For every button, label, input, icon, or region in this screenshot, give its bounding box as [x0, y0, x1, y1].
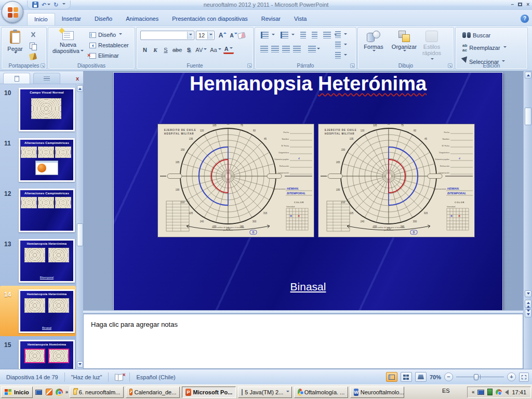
thumbnail-frame[interactable]: Hemianopsia HeterónimaBitemporal [19, 239, 75, 283]
slide-canvas[interactable]: Hemianopsia Heterónima EJERCITO DE CHILE… [113, 72, 503, 311]
bold-button[interactable]: N [140, 45, 150, 54]
font-name-combobox[interactable] [140, 31, 194, 40]
zoom-out-button[interactable]: − [444, 373, 453, 381]
decrease-indent-button[interactable] [299, 31, 308, 39]
previous-slide-button[interactable] [525, 300, 531, 308]
thumbnail-frame[interactable]: Alteraciones Campimétricas [19, 138, 75, 182]
notes-splitter[interactable] [83, 310, 523, 314]
align-left-button[interactable] [259, 45, 269, 54]
taskbar-button-chrome[interactable]: Oftalmología. ... [294, 387, 348, 398]
perimetry-chart-left[interactable]: EJERCITO DE CHILEHOSPITAL MILITAR4560759… [158, 124, 314, 237]
taskbar-button-java[interactable]: 5 Java(TM) 2... [238, 387, 292, 398]
paste-button[interactable]: Pegar [5, 31, 25, 55]
clipboard-dialog-launcher[interactable]: ↘ [41, 63, 45, 68]
panel-scroll-up[interactable] [77, 85, 83, 92]
thumbnail-frame[interactable]: Alteraciones Campimétricas [19, 189, 75, 232]
replace-button[interactable]: abacReemplazar [461, 43, 508, 53]
slide-thumbnail-13[interactable]: 13Hemianopsia HeterónimaBitemporal [0, 235, 76, 286]
char-spacing-button[interactable]: AV [194, 45, 208, 54]
language-bar[interactable]: ES [439, 388, 453, 394]
slide-thumbnail-11[interactable]: 11Alteraciones Campimétricas [0, 135, 76, 185]
slide-thumbnail-15[interactable]: 15Hemianopsia Homónima [0, 336, 76, 369]
scroll-down-button[interactable] [525, 290, 531, 297]
slideshow-button[interactable] [415, 372, 427, 382]
next-slide-button[interactable] [525, 309, 531, 317]
spellcheck-indicator[interactable]: × [109, 373, 130, 382]
zoom-in-button[interactable]: + [507, 373, 516, 381]
slide-sorter-button[interactable] [401, 372, 412, 382]
shrink-font-button[interactable]: A [227, 31, 236, 40]
notes-pane[interactable]: Haga clic para agregar notas [83, 314, 523, 369]
numbering-button[interactable] [279, 31, 296, 39]
tray-display-icon[interactable] [477, 390, 484, 395]
vertical-scrollbar[interactable] [523, 71, 532, 369]
shapes-button[interactable]: Formas [360, 31, 387, 53]
panel-close-icon[interactable]: x [76, 75, 79, 82]
smartart-button[interactable] [334, 51, 349, 59]
strikethrough-button[interactable]: abe [171, 45, 183, 54]
tray-network-icon[interactable] [496, 389, 502, 395]
increase-indent-button[interactable] [310, 31, 319, 39]
arrange-button[interactable]: Organizar [388, 31, 420, 53]
scroll-thumb[interactable] [525, 108, 531, 125]
ribbon-tab-dise-o[interactable]: Diseño [88, 13, 119, 25]
font-size-combobox[interactable]: 12 [196, 31, 215, 40]
slide-thumbnail-10[interactable]: 10Campo Visual Normal [0, 84, 76, 135]
office-button[interactable] [2, 1, 23, 23]
quick-launch-app-icon[interactable] [45, 388, 54, 396]
align-right-button[interactable] [281, 45, 291, 54]
taskbar-button-word[interactable]: WNeurooftalmolo... [350, 387, 404, 398]
ribbon-tab-animaciones[interactable]: Animaciones [119, 13, 165, 25]
cut-button[interactable] [30, 32, 37, 38]
bullets-button[interactable] [259, 31, 276, 39]
align-center-button[interactable] [270, 45, 280, 54]
help-icon[interactable]: ? [521, 15, 529, 23]
clear-formatting-button[interactable] [237, 32, 246, 39]
underline-button[interactable]: S [161, 45, 170, 54]
taskbar-button-ppt[interactable]: PMicrosoft Po... [182, 387, 236, 398]
slide-thumbnail-12[interactable]: 12Alteraciones Campimétricas [0, 185, 76, 235]
ribbon-tab-insertar[interactable]: Insertar [55, 13, 88, 25]
text-direction-button[interactable] [334, 31, 349, 38]
format-painter-button[interactable] [29, 53, 37, 61]
drawing-dialog-launcher[interactable]: ↘ [448, 63, 453, 68]
reset-button[interactable]: Restablecer [88, 42, 130, 49]
slide-caption[interactable]: Binasal [114, 281, 502, 293]
quick-styles-button[interactable]: Estilos rápidos [420, 31, 443, 62]
slide-title[interactable]: Hemianopsia Heterónima [114, 73, 502, 95]
ribbon-tab-presentaci-n-con-diapositivas[interactable]: Presentación con diapositivas [165, 13, 255, 25]
taskbar-button-folder[interactable]: 6. neurooftalm... [70, 387, 124, 398]
panel-scrollbar[interactable] [76, 84, 83, 369]
tray-volume-icon[interactable] [505, 390, 509, 395]
ribbon-tab-inicio[interactable]: Inicio [27, 13, 55, 25]
new-slide-button[interactable]: Nueva diapositiva [51, 30, 85, 54]
thumbnail-frame[interactable]: Campo Visual Normal [19, 88, 75, 131]
start-button[interactable]: Inicio [1, 387, 33, 398]
align-text-button[interactable] [334, 41, 349, 49]
font-color-button[interactable]: A [223, 45, 234, 54]
perimetry-chart-right[interactable]: EJERCITO DE CHILEHOSPITAL MILITAR4560759… [318, 124, 474, 237]
clock[interactable]: 17:41 [512, 389, 526, 395]
zoom-level[interactable]: 70% [430, 374, 441, 380]
slide-thumbnail-14[interactable]: 14Hemianopsia HeterónimaBinasal [0, 286, 76, 336]
qat-customize-icon[interactable] [62, 3, 65, 6]
undo-icon[interactable]: ↶ [42, 1, 50, 9]
close-button[interactable]: × [526, 2, 529, 8]
ribbon-tab-vista[interactable]: Vista [287, 13, 313, 25]
notes-placeholder[interactable]: Haga clic para agregar notas [84, 314, 523, 335]
thumbnail-frame[interactable]: Hemianopsia HeterónimaBinasal [19, 289, 75, 333]
justify-button[interactable] [292, 45, 302, 54]
quick-launch-overflow-icon[interactable]: » [65, 389, 69, 395]
find-button[interactable]: Buscar [461, 32, 508, 39]
tray-power-icon[interactable] [487, 389, 493, 395]
change-case-button[interactable]: Aa [209, 45, 222, 54]
panel-scroll-thumb[interactable] [77, 223, 83, 246]
panel-scroll-down[interactable] [77, 361, 83, 368]
grow-font-button[interactable]: A [216, 31, 225, 40]
shadow-button[interactable]: S [184, 45, 193, 54]
outline-tab[interactable] [33, 73, 60, 84]
redo-icon[interactable]: ↻ [54, 1, 58, 9]
scroll-up-button[interactable] [525, 72, 531, 78]
normal-view-button[interactable] [386, 372, 397, 382]
fit-to-window-button[interactable] [519, 373, 529, 382]
